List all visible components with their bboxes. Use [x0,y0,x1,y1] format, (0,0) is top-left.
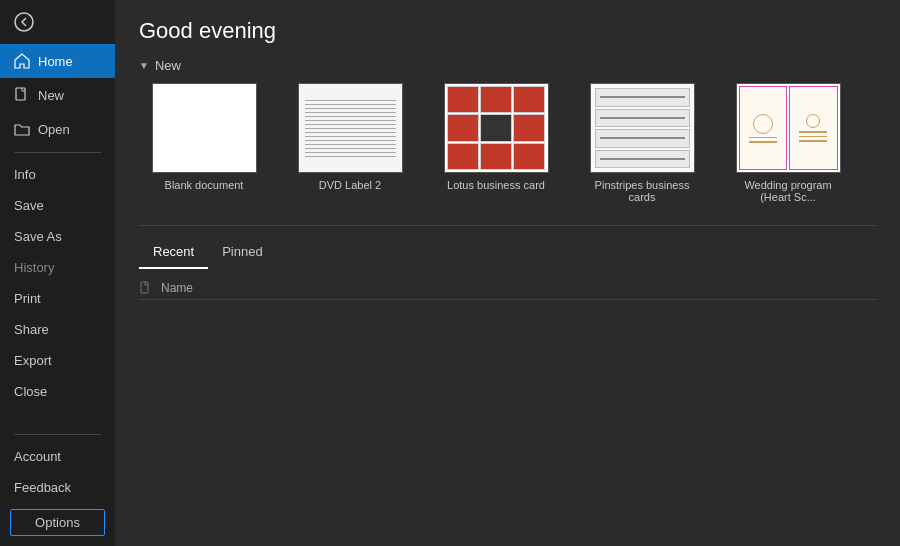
sidebar-divider-1 [14,152,101,153]
chevron-down-icon: ▼ [139,60,149,71]
tab-pinned-label: Pinned [222,244,262,259]
tab-pinned[interactable]: Pinned [208,238,276,269]
options-button[interactable]: Options [10,509,105,536]
template-label-blank: Blank document [165,179,244,191]
template-thumb-pinstripes [590,83,695,173]
sidebar: Home New Open Info Save Save As History … [0,0,115,546]
sidebar-item-save-as[interactable]: Save As [0,221,115,252]
template-wedding[interactable]: Wedding program (Heart Sc... [723,83,853,203]
tab-recent[interactable]: Recent [139,238,208,269]
sidebar-item-home[interactable]: Home [0,44,115,78]
sidebar-bottom: Account Feedback Options [0,428,115,546]
template-thumb-wedding [736,83,841,173]
home-icon [14,53,30,69]
sidebar-item-new[interactable]: New [0,78,115,112]
files-table-header: Name [139,277,876,300]
lotus-thumb-inner [445,84,548,172]
svg-point-0 [15,13,33,31]
template-label-dvd: DVD Label 2 [319,179,381,191]
sidebar-item-history[interactable]: History [0,252,115,283]
sidebar-item-close[interactable]: Close [0,376,115,407]
template-dvd[interactable]: DVD Label 2 [285,83,415,203]
dvd-thumb-inner [299,84,402,172]
sidebar-item-open[interactable]: Open [0,112,115,146]
svg-rect-1 [16,88,25,100]
sidebar-item-info-label: Info [14,167,36,182]
sidebar-item-close-label: Close [14,384,47,399]
sidebar-divider-2 [14,434,101,435]
template-label-pinstripes: Pinstripes business cards [585,179,700,203]
template-blank[interactable]: Blank document [139,83,269,203]
template-thumb-blank [152,83,257,173]
template-label-wedding: Wedding program (Heart Sc... [731,179,846,203]
sidebar-item-save-label: Save [14,198,44,213]
sidebar-item-feedback[interactable]: Feedback [0,472,115,503]
tabs-bar: Recent Pinned [139,238,876,269]
sidebar-item-share-label: Share [14,322,49,337]
sidebar-item-feedback-label: Feedback [14,480,71,495]
sidebar-item-export[interactable]: Export [0,345,115,376]
sidebar-item-info[interactable]: Info [0,159,115,190]
files-name-col-header: Name [161,281,193,295]
sidebar-item-export-label: Export [14,353,52,368]
new-section-header: ▼ New [139,58,876,73]
sidebar-item-new-label: New [38,88,64,103]
section-divider [139,225,876,226]
template-thumb-lotus [444,83,549,173]
sidebar-item-print-label: Print [14,291,41,306]
sidebar-item-account[interactable]: Account [0,441,115,472]
back-icon [14,12,34,32]
sidebar-item-share[interactable]: Share [0,314,115,345]
template-thumb-dvd [298,83,403,173]
sidebar-item-history-label: History [14,260,54,275]
sidebar-item-save-as-label: Save As [14,229,62,244]
page-title: Good evening [139,18,876,44]
sidebar-item-account-label: Account [14,449,61,464]
new-icon [14,87,30,103]
sidebar-item-save[interactable]: Save [0,190,115,221]
file-icon [139,281,153,295]
new-section-label: New [155,58,181,73]
files-table: Name [139,277,876,300]
tab-recent-label: Recent [153,244,194,259]
pinstripes-thumb-inner [591,84,694,172]
back-button[interactable] [0,0,115,44]
templates-row: Blank document DVD Label 2 [139,83,876,203]
sidebar-item-print[interactable]: Print [0,283,115,314]
template-pinstripes[interactable]: Pinstripes business cards [577,83,707,203]
sidebar-item-home-label: Home [38,54,73,69]
wedding-thumb-inner [737,84,840,172]
open-icon [14,121,30,137]
sidebar-item-open-label: Open [38,122,70,137]
main-content: Good evening ▼ New Blank document [115,0,900,546]
template-label-lotus: Lotus business card [447,179,545,191]
template-lotus[interactable]: Lotus business card [431,83,561,203]
